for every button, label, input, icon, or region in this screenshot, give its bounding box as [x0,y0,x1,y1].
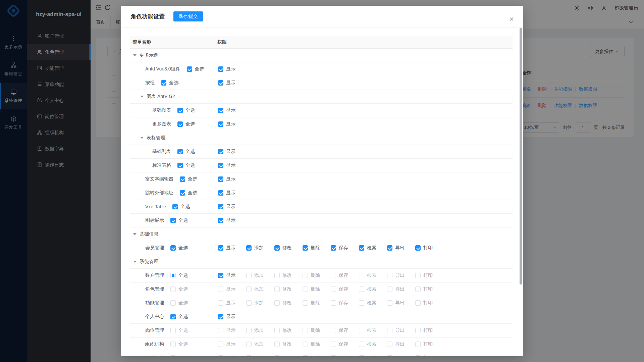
perm-label: 显示 [226,314,235,320]
checkbox[interactable] [331,355,336,356]
checkbox[interactable] [170,328,176,333]
checkbox[interactable] [415,355,421,356]
checkbox[interactable] [218,245,223,251]
close-icon[interactable]: × [507,14,516,24]
checkbox[interactable] [246,287,252,292]
checkbox[interactable] [218,328,223,333]
checkbox[interactable] [331,273,336,278]
checkbox[interactable] [274,355,280,356]
checkbox[interactable] [180,190,185,196]
checkbox[interactable] [274,328,280,333]
checkbox[interactable] [387,287,392,292]
checkbox[interactable] [331,287,336,292]
checkbox[interactable] [359,328,364,333]
checkbox[interactable] [218,218,223,223]
checkbox[interactable] [218,66,223,72]
checkbox[interactable] [170,273,176,278]
checkbox[interactable] [172,204,178,209]
checkbox[interactable] [170,300,176,306]
checkbox[interactable] [331,328,336,333]
checkbox[interactable] [218,108,223,113]
modal-scrollbar-thumb[interactable] [520,28,522,285]
checkbox[interactable] [331,245,336,251]
checkbox[interactable] [177,121,183,127]
checkbox[interactable] [274,342,280,347]
checkbox[interactable] [246,273,252,278]
checkbox[interactable] [177,149,183,154]
checkbox[interactable] [303,342,308,347]
checkbox[interactable] [415,300,421,306]
checkbox[interactable] [170,355,176,356]
checkbox[interactable] [415,342,421,347]
caret-down-icon[interactable] [140,96,144,99]
checkbox[interactable] [170,314,176,319]
checkbox[interactable] [246,355,252,356]
caret-down-icon[interactable] [140,137,144,141]
checkbox[interactable] [218,190,223,196]
checkbox[interactable] [218,163,223,168]
checkbox[interactable] [170,287,176,292]
checkbox[interactable] [218,204,223,209]
checkbox[interactable] [218,314,223,319]
checkbox[interactable] [303,355,308,356]
checkbox[interactable] [415,273,421,278]
checkbox[interactable] [303,328,308,333]
perm-item-修改: 修改 [274,286,292,292]
checkbox[interactable] [218,121,223,127]
select-all-group: 全选 [180,190,197,196]
checkbox[interactable] [387,300,392,306]
checkbox[interactable] [246,245,252,251]
checkbox[interactable] [359,355,364,356]
caret-down-icon[interactable] [133,261,137,264]
caret-down-icon[interactable] [133,54,137,58]
checkbox[interactable] [177,163,183,168]
checkbox[interactable] [246,300,252,306]
checkbox[interactable] [170,342,176,347]
checkbox[interactable] [387,245,392,251]
checkbox[interactable] [218,300,223,306]
checkbox[interactable] [218,176,223,182]
checkbox[interactable] [180,176,185,182]
checkbox[interactable] [187,66,192,72]
checkbox[interactable] [274,300,280,306]
checkbox[interactable] [359,342,364,347]
checkbox[interactable] [387,355,392,356]
checkbox[interactable] [303,287,308,292]
select-all-label: 全选 [185,162,195,168]
checkbox[interactable] [415,328,421,333]
checkbox[interactable] [218,273,223,278]
checkbox[interactable] [359,287,364,292]
checkbox[interactable] [303,300,308,306]
checkbox[interactable] [274,287,280,292]
checkbox[interactable] [218,287,223,292]
checkbox[interactable] [274,245,280,251]
checkbox[interactable] [170,245,176,251]
checkbox[interactable] [177,108,183,113]
checkbox[interactable] [161,80,166,86]
checkbox[interactable] [387,273,392,278]
save-submit-button[interactable]: 保存/提交 [173,11,203,21]
checkbox[interactable] [218,80,223,86]
checkbox[interactable] [387,342,392,347]
checkbox[interactable] [218,149,223,154]
checkbox[interactable] [303,245,308,251]
checkbox[interactable] [218,355,223,356]
checkbox[interactable] [246,328,252,333]
checkbox[interactable] [218,342,223,347]
checkbox[interactable] [387,328,392,333]
checkbox[interactable] [246,342,252,347]
checkbox[interactable] [359,273,364,278]
checkbox[interactable] [415,245,421,251]
perm-label: 保存 [339,300,348,306]
checkbox[interactable] [303,273,308,278]
select-all-label: 全选 [169,80,178,86]
checkbox[interactable] [170,218,176,223]
checkbox[interactable] [274,273,280,278]
checkbox[interactable] [331,342,336,347]
checkbox[interactable] [359,245,364,251]
tree-name-cell: 账户管理全选 [130,272,188,278]
caret-down-icon[interactable] [133,233,137,237]
checkbox[interactable] [415,287,421,292]
checkbox[interactable] [331,300,336,306]
checkbox[interactable] [359,300,364,306]
